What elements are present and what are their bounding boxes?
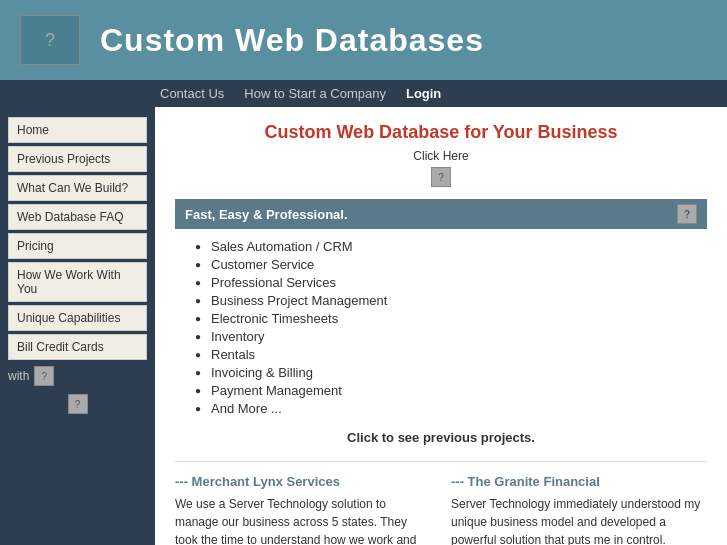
feature-bar: Fast, Easy & Professional. ?: [175, 199, 707, 229]
nav-how-to-start[interactable]: How to Start a Company: [244, 86, 386, 101]
feature-bar-label: Fast, Easy & Professional.: [185, 207, 348, 222]
sidebar-extra-icon: ?: [34, 366, 54, 386]
sidebar-item-unique-capabilities[interactable]: Unique Capabilities: [8, 305, 147, 331]
main-layout: Home Previous Projects What Can We Build…: [0, 107, 727, 545]
bullet-item: Electronic Timesheets: [195, 311, 707, 326]
testimonial-granite: --- The Granite Financial Server Technol…: [451, 474, 707, 545]
bullet-item: Payment Management: [195, 383, 707, 398]
bullet-item: Professional Services: [195, 275, 707, 290]
main-content: Custom Web Database for Your Business Cl…: [155, 107, 727, 545]
testimonials: --- Merchant Lynx Services We use a Serv…: [175, 461, 707, 545]
click-projects-label[interactable]: Click to see previous projects.: [175, 430, 707, 445]
bullet-item: Invoicing & Billing: [195, 365, 707, 380]
sidebar-item-what-can-we-build[interactable]: What Can We Build?: [8, 175, 147, 201]
sidebar-item-pricing[interactable]: Pricing: [8, 233, 147, 259]
sidebar-item-web-database-faq[interactable]: Web Database FAQ: [8, 204, 147, 230]
sidebar-item-home[interactable]: Home: [8, 117, 147, 143]
sidebar-extra: with ?: [8, 366, 147, 386]
bullet-item: Business Project Management: [195, 293, 707, 308]
testimonial-merchant-text: We use a Server Technology solution to m…: [175, 495, 431, 545]
sidebar-bottom: ?: [8, 394, 147, 414]
nav-contact-us[interactable]: Contact Us: [160, 86, 224, 101]
bullet-item: Rentals: [195, 347, 707, 362]
nav-login[interactable]: Login: [406, 86, 441, 101]
feature-bar-icon: ?: [677, 204, 697, 224]
header: ? Custom Web Databases: [0, 0, 727, 80]
sidebar-item-previous-projects[interactable]: Previous Projects: [8, 146, 147, 172]
bullet-item: Sales Automation / CRM: [195, 239, 707, 254]
sidebar-item-how-we-work[interactable]: How We Work With You: [8, 262, 147, 302]
sidebar: Home Previous Projects What Can We Build…: [0, 107, 155, 545]
center-placeholder-icon: ?: [175, 167, 707, 187]
bullet-item: Inventory: [195, 329, 707, 344]
header-title: Custom Web Databases: [100, 22, 484, 59]
testimonial-merchant-title: --- Merchant Lynx Services: [175, 474, 431, 489]
sidebar-bottom-icon: ?: [68, 394, 88, 414]
header-logo: ?: [20, 15, 80, 65]
page-title: Custom Web Database for Your Business: [175, 122, 707, 143]
sidebar-item-bill-credit-cards[interactable]: Bill Credit Cards: [8, 334, 147, 360]
click-here-label[interactable]: Click Here: [175, 149, 707, 163]
bullet-list: Sales Automation / CRM Customer Service …: [175, 239, 707, 416]
navbar: Contact Us How to Start a Company Login: [0, 80, 727, 107]
bullet-item: Customer Service: [195, 257, 707, 272]
bullet-item: And More ...: [195, 401, 707, 416]
logo-placeholder-icon: ?: [45, 30, 55, 51]
sidebar-with-label: with: [8, 369, 29, 383]
testimonial-granite-title: --- The Granite Financial: [451, 474, 707, 489]
testimonial-granite-text: Server Technology immediately understood…: [451, 495, 707, 545]
testimonial-merchant-lynx: --- Merchant Lynx Services We use a Serv…: [175, 474, 431, 545]
